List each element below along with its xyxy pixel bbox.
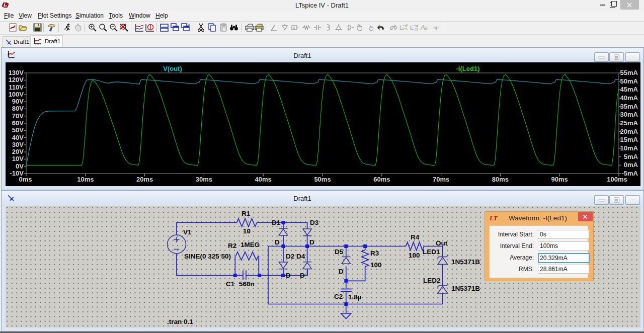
svg-text:D2 D4: D2 D4 [286, 253, 305, 260]
svg-text:80V: 80V [12, 105, 24, 112]
svg-text:V1: V1 [183, 228, 192, 236]
svg-text:D1: D1 [272, 219, 281, 226]
svg-text:30ms: 30ms [196, 176, 212, 183]
svg-text:D3: D3 [310, 219, 319, 226]
svg-text:50V: 50V [12, 126, 24, 134]
svg-text:25mA: 25mA [620, 119, 638, 127]
svg-text:E: E [399, 25, 403, 31]
svg-text:55mA: 55mA [620, 69, 638, 76]
svg-text:D: D [339, 268, 344, 275]
svg-text:1.8µ: 1.8µ [348, 293, 362, 301]
svg-text:A: A [293, 26, 295, 30]
svg-text:90ms: 90ms [551, 176, 568, 183]
svg-text:110V: 110V [9, 84, 24, 91]
svg-text:0mA: 0mA [624, 161, 638, 169]
svg-text:5mA: 5mA [624, 153, 638, 160]
svg-text:10mA: 10mA [620, 144, 638, 152]
svg-text:.tran 0.1: .tran 0.1 [167, 318, 193, 325]
svg-text:10ms: 10ms [77, 176, 94, 183]
svg-text:LED1: LED1 [423, 248, 440, 256]
svg-text:C2: C2 [334, 293, 343, 300]
svg-text:100: 100 [409, 252, 420, 259]
svg-text:R1: R1 [242, 210, 251, 217]
svg-text:0ms: 0ms [19, 176, 32, 183]
svg-text:100V: 100V [9, 91, 24, 98]
svg-text:1N5371B: 1N5371B [451, 258, 480, 266]
svg-text:1MEG: 1MEG [240, 241, 260, 248]
svg-text:45mA: 45mA [620, 86, 638, 93]
svg-text:60V: 60V [12, 119, 24, 127]
svg-text:R3: R3 [370, 249, 379, 257]
svg-text:-I(Led1): -I(Led1) [456, 65, 480, 72]
svg-text:130V: 130V [9, 69, 24, 76]
svg-text:a: a [425, 25, 428, 31]
svg-text:D: D [275, 238, 280, 246]
svg-text:D: D [309, 238, 314, 246]
svg-text:50mA: 50mA [620, 77, 638, 85]
svg-text:10V: 10V [12, 155, 24, 162]
svg-text:80ms: 80ms [492, 176, 509, 183]
svg-text:D5: D5 [335, 248, 344, 256]
svg-text:SINE(0 325 50): SINE(0 325 50) [184, 253, 231, 260]
svg-text:C1: C1 [226, 280, 235, 288]
svg-text:R2: R2 [228, 242, 236, 249]
svg-text:50ms: 50ms [314, 176, 331, 183]
svg-text:20mA: 20mA [620, 128, 638, 135]
svg-text:560n: 560n [239, 280, 255, 288]
svg-text:R4: R4 [411, 233, 420, 241]
svg-text:10: 10 [243, 227, 251, 235]
svg-text:15mA: 15mA [620, 136, 638, 143]
svg-text:D: D [300, 272, 305, 279]
svg-text:1N5371B: 1N5371B [451, 285, 480, 292]
svg-text:V(out): V(out) [163, 65, 182, 72]
svg-text:40mA: 40mA [620, 94, 638, 102]
svg-text:D: D [286, 272, 291, 279]
svg-text:E: E [410, 25, 414, 31]
svg-text:70V: 70V [12, 112, 24, 120]
svg-text:.op: .op [432, 25, 439, 30]
svg-text:30mA: 30mA [620, 111, 638, 118]
svg-text:60ms: 60ms [373, 176, 390, 183]
svg-text:90V: 90V [12, 98, 24, 105]
svg-text:20ms: 20ms [136, 176, 153, 183]
svg-text:100: 100 [370, 261, 382, 269]
svg-text:0V: 0V [16, 162, 24, 170]
svg-text:40V: 40V [12, 134, 24, 141]
svg-text:20V: 20V [12, 148, 24, 155]
svg-text:30V: 30V [12, 141, 24, 148]
svg-text:120V: 120V [9, 76, 24, 84]
svg-text:100ms: 100ms [607, 176, 627, 183]
svg-text:40ms: 40ms [255, 176, 272, 183]
svg-text:35mA: 35mA [620, 103, 638, 110]
svg-text:LED2: LED2 [423, 277, 441, 284]
svg-text:70ms: 70ms [433, 176, 449, 183]
svg-text:Out: Out [436, 239, 448, 247]
